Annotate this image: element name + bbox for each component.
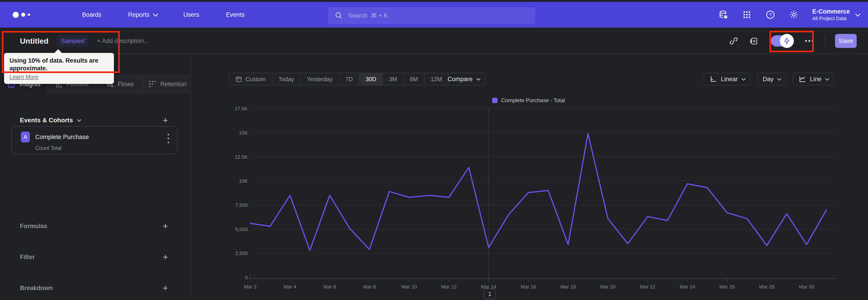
tooltip-text: Using 10% of data. Results are approxima… <box>9 57 108 72</box>
x-axis-label: Mar 8 <box>363 284 376 290</box>
y-axis-label: 5,000 <box>235 227 248 232</box>
y-axis-label: 7,500 <box>235 202 248 208</box>
y-axis-label: 0 <box>245 275 248 280</box>
line-chart[interactable]: 02,5005,0007,50010K12.5K15K17.5KMar 2Mar… <box>0 0 868 300</box>
sampling-tooltip: Using 10% of data. Results are approxima… <box>4 53 114 84</box>
learn-more-link[interactable]: Learn More <box>9 74 38 80</box>
x-axis-label: Mar 26 <box>719 284 735 290</box>
y-axis-label: 10K <box>239 178 248 184</box>
y-axis-label: 2,500 <box>235 250 248 256</box>
mixpanel-insights-app: BoardsReportsUsersEvents <box>0 0 868 300</box>
y-axis-label: 12.5K <box>235 154 248 160</box>
x-axis-label: Mar 20 <box>600 284 616 290</box>
pagination-page-button[interactable]: 1 <box>484 289 496 299</box>
series-line <box>250 133 827 250</box>
x-axis-label: Mar 12 <box>441 284 457 290</box>
x-axis-label: Mar 30 <box>799 284 814 290</box>
x-axis-label: Mar 22 <box>640 284 655 290</box>
x-axis-label: Mar 28 <box>759 284 774 290</box>
x-axis-label: Mar 2 <box>244 284 256 290</box>
x-axis-label: Mar 24 <box>680 284 695 290</box>
x-axis-label: Mar 6 <box>323 284 336 290</box>
x-axis-label: Mar 18 <box>560 284 576 290</box>
y-axis-label: 15K <box>239 130 248 136</box>
y-axis-label: 17.5K <box>235 106 248 112</box>
x-axis-label: Mar 16 <box>521 284 536 290</box>
x-axis-label: Mar 4 <box>284 284 296 290</box>
x-axis-label: Mar 10 <box>401 284 417 290</box>
